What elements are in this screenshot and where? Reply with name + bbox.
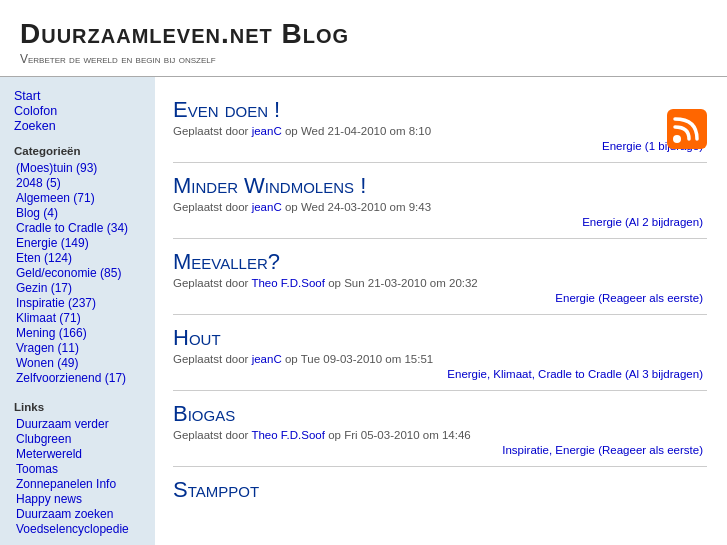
svg-point-1 bbox=[673, 135, 681, 143]
post-title-link[interactable]: Meevaller? bbox=[173, 249, 280, 274]
sidebar-cat-geld[interactable]: Geld/economie (85) bbox=[14, 266, 145, 280]
post-item: Minder Windmolens ! Geplaatst door jeanC… bbox=[173, 173, 707, 239]
post-meta: Geplaatst door Theo F.D.Soof op Fri 05-0… bbox=[173, 429, 707, 441]
post-date: op Fri 05-03-2010 om 14:46 bbox=[325, 429, 471, 441]
post-item: Stamppot bbox=[173, 477, 707, 515]
post-category-link[interactable]: Energie, Klimaat, Cradle to Cradle (Al 3… bbox=[447, 368, 703, 380]
post-title: Stamppot bbox=[173, 477, 707, 503]
site-header: Duurzaamleven.net Blog Verbeter de werel… bbox=[0, 0, 727, 77]
content-area: Start Colofon Zoeken Categorieën (Moes)t… bbox=[0, 77, 727, 545]
post-title-link[interactable]: Biogas bbox=[173, 401, 235, 426]
sidebar-link-happy-news[interactable]: Happy news bbox=[14, 492, 145, 506]
sidebar-link-voedsel[interactable]: Voedselencyclopedie bbox=[14, 522, 145, 536]
post-item: Even doen ! Geplaatst door jeanC op Wed … bbox=[173, 97, 707, 163]
sidebar-cat-cradle[interactable]: Cradle to Cradle (34) bbox=[14, 221, 145, 235]
sidebar-cat-klimaat[interactable]: Klimaat (71) bbox=[14, 311, 145, 325]
post-title-link[interactable]: Even doen ! bbox=[173, 97, 280, 122]
sidebar-nav-colofon[interactable]: Colofon bbox=[14, 104, 145, 118]
sidebar-link-clubgreen[interactable]: Clubgreen bbox=[14, 432, 145, 446]
post-author[interactable]: jeanC bbox=[252, 125, 282, 137]
sidebar-nav-zoeken[interactable]: Zoeken bbox=[14, 119, 145, 133]
sidebar-categories: (Moes)tuin (93) 2048 (5) Algemeen (71) B… bbox=[14, 161, 145, 385]
post-categories: Energie (Reageer als eerste) bbox=[173, 292, 707, 304]
post-title: Hout bbox=[173, 325, 707, 351]
sidebar-cat-moestuin[interactable]: (Moes)tuin (93) bbox=[14, 161, 145, 175]
page-wrapper: Duurzaamleven.net Blog Verbeter de werel… bbox=[0, 0, 727, 545]
post-author[interactable]: jeanC bbox=[252, 353, 282, 365]
post-categories: Energie (Al 2 bijdragen) bbox=[173, 216, 707, 228]
post-item: Hout Geplaatst door jeanC op Tue 09-03-2… bbox=[173, 325, 707, 391]
post-date: op Sun 21-03-2010 om 20:32 bbox=[325, 277, 478, 289]
post-date: op Wed 21-04-2010 om 8:10 bbox=[282, 125, 431, 137]
sidebar-cat-inspiratie[interactable]: Inspiratie (237) bbox=[14, 296, 145, 310]
sidebar-nav-start[interactable]: Start bbox=[14, 89, 145, 103]
sidebar-nav: Start Colofon Zoeken bbox=[14, 89, 145, 133]
post-item: Meevaller? Geplaatst door Theo F.D.Soof … bbox=[173, 249, 707, 315]
sidebar-link-toomas[interactable]: Toomas bbox=[14, 462, 145, 476]
sidebar-cat-energie[interactable]: Energie (149) bbox=[14, 236, 145, 250]
sidebar-cat-algemeen[interactable]: Algemeen (71) bbox=[14, 191, 145, 205]
sidebar-link-meterwereld[interactable]: Meterwereld bbox=[14, 447, 145, 461]
post-meta: Geplaatst door jeanC op Wed 24-03-2010 o… bbox=[173, 201, 707, 213]
links-title: Links bbox=[14, 401, 145, 413]
post-title-link[interactable]: Hout bbox=[173, 325, 221, 350]
sidebar-cat-zelf[interactable]: Zelfvoorzienend (17) bbox=[14, 371, 145, 385]
post-categories: Energie (1 bijdrage) bbox=[173, 140, 707, 152]
sidebar-cat-gezin[interactable]: Gezin (17) bbox=[14, 281, 145, 295]
post-category-link[interactable]: Inspiratie, Energie (Reageer als eerste) bbox=[502, 444, 703, 456]
sidebar: Start Colofon Zoeken Categorieën (Moes)t… bbox=[0, 77, 155, 545]
post-title-link[interactable]: Minder Windmolens ! bbox=[173, 173, 366, 198]
post-title: Even doen ! bbox=[173, 97, 707, 123]
post-meta-prefix: Geplaatst door bbox=[173, 277, 251, 289]
sidebar-cat-2048[interactable]: 2048 (5) bbox=[14, 176, 145, 190]
post-category-link[interactable]: Energie (Reageer als eerste) bbox=[555, 292, 703, 304]
categories-title: Categorieën bbox=[14, 145, 145, 157]
site-subtitle: Verbeter de wereld en begin bij onszelf bbox=[20, 52, 707, 66]
sidebar-cat-blog[interactable]: Blog (4) bbox=[14, 206, 145, 220]
rss-icon bbox=[667, 109, 707, 149]
post-meta-prefix: Geplaatst door bbox=[173, 201, 252, 213]
post-item: Biogas Geplaatst door Theo F.D.Soof op F… bbox=[173, 401, 707, 467]
post-meta: Geplaatst door jeanC op Tue 09-03-2010 o… bbox=[173, 353, 707, 365]
post-date: op Tue 09-03-2010 om 15:51 bbox=[282, 353, 434, 365]
sidebar-link-duurzaam-verder[interactable]: Duurzaam verder bbox=[14, 417, 145, 431]
sidebar-cat-vragen[interactable]: Vragen (11) bbox=[14, 341, 145, 355]
site-title: Duurzaamleven.net Blog bbox=[20, 18, 707, 50]
post-categories: Energie, Klimaat, Cradle to Cradle (Al 3… bbox=[173, 368, 707, 380]
post-meta-prefix: Geplaatst door bbox=[173, 353, 252, 365]
sidebar-cat-eten[interactable]: Eten (124) bbox=[14, 251, 145, 265]
sidebar-link-duurzaam-zoeken[interactable]: Duurzaam zoeken bbox=[14, 507, 145, 521]
post-meta-prefix: Geplaatst door bbox=[173, 429, 251, 441]
post-categories: Inspiratie, Energie (Reageer als eerste) bbox=[173, 444, 707, 456]
post-author[interactable]: Theo F.D.Soof bbox=[251, 277, 325, 289]
sidebar-cat-wonen[interactable]: Wonen (49) bbox=[14, 356, 145, 370]
sidebar-link-zonnepanelen[interactable]: Zonnepanelen Info bbox=[14, 477, 145, 491]
post-date: op Wed 24-03-2010 om 9:43 bbox=[282, 201, 431, 213]
post-meta: Geplaatst door jeanC op Wed 21-04-2010 o… bbox=[173, 125, 707, 137]
post-title-link[interactable]: Stamppot bbox=[173, 477, 259, 502]
post-author[interactable]: jeanC bbox=[252, 201, 282, 213]
post-title: Meevaller? bbox=[173, 249, 707, 275]
post-category-link[interactable]: Energie (Al 2 bijdragen) bbox=[582, 216, 703, 228]
sidebar-links-section: Links Duurzaam verder Clubgreen Meterwer… bbox=[14, 401, 145, 536]
post-meta-prefix: Geplaatst door bbox=[173, 125, 252, 137]
post-meta: Geplaatst door Theo F.D.Soof op Sun 21-0… bbox=[173, 277, 707, 289]
post-title: Biogas bbox=[173, 401, 707, 427]
post-author[interactable]: Theo F.D.Soof bbox=[251, 429, 325, 441]
main-content: Even doen ! Geplaatst door jeanC op Wed … bbox=[155, 77, 727, 535]
post-title: Minder Windmolens ! bbox=[173, 173, 707, 199]
sidebar-cat-mening[interactable]: Mening (166) bbox=[14, 326, 145, 340]
